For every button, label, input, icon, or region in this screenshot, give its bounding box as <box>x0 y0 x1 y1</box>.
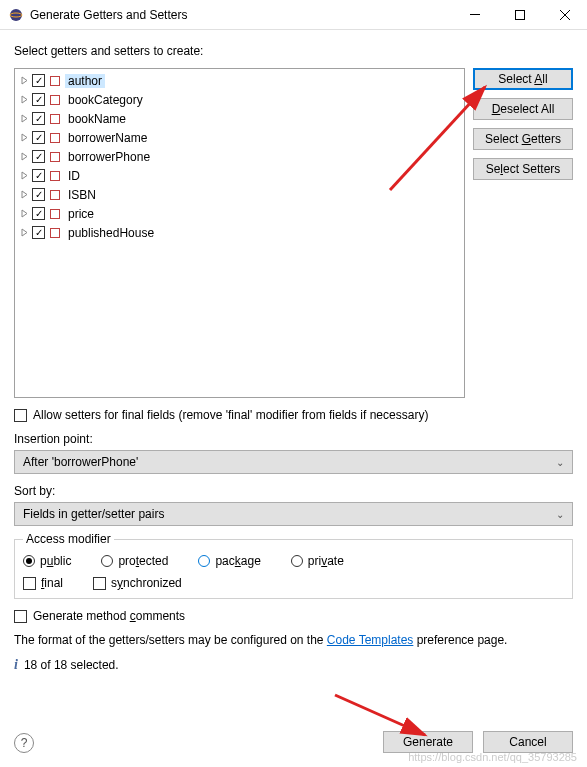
field-icon <box>50 95 60 105</box>
final-label: final <box>41 576 63 590</box>
chevron-down-icon: ⌄ <box>556 509 564 520</box>
field-label: publishedHouse <box>65 226 157 240</box>
expand-icon[interactable] <box>19 208 30 219</box>
format-hint: The format of the getters/setters may be… <box>14 633 573 647</box>
access-private-radio[interactable]: private <box>291 554 344 568</box>
access-public-radio[interactable]: public <box>23 554 71 568</box>
field-checkbox[interactable] <box>32 112 45 125</box>
tree-item[interactable]: ISBN <box>15 185 464 204</box>
tree-item[interactable]: publishedHouse <box>15 223 464 242</box>
access-modifier-legend: Access modifier <box>23 532 114 546</box>
insertion-point-value: After 'borrowerPhone' <box>23 455 138 469</box>
chevron-down-icon: ⌄ <box>556 457 564 468</box>
generate-comments-checkbox[interactable] <box>14 610 27 623</box>
expand-icon[interactable] <box>19 75 30 86</box>
field-icon <box>50 152 60 162</box>
access-modifier-group: Access modifier publicprotectedpackagepr… <box>14 532 573 599</box>
synchronized-label: synchronized <box>111 576 182 590</box>
tree-item[interactable]: borrowerName <box>15 128 464 147</box>
field-checkbox[interactable] <box>32 150 45 163</box>
expand-icon[interactable] <box>19 132 30 143</box>
access-package-radio[interactable]: package <box>198 554 260 568</box>
field-checkbox[interactable] <box>32 93 45 106</box>
cancel-button[interactable]: Cancel <box>483 731 573 753</box>
expand-icon[interactable] <box>19 189 30 200</box>
synchronized-checkbox[interactable] <box>93 577 106 590</box>
tree-item[interactable]: bookName <box>15 109 464 128</box>
info-icon: i <box>14 657 18 673</box>
maximize-button[interactable] <box>497 0 542 29</box>
tree-item[interactable]: borrowerPhone <box>15 147 464 166</box>
field-label: bookCategory <box>65 93 146 107</box>
sort-by-dropdown[interactable]: Fields in getter/setter pairs ⌄ <box>14 502 573 526</box>
svg-rect-2 <box>470 14 480 15</box>
field-label: borrowerName <box>65 131 150 145</box>
allow-final-label: Allow setters for final fields (remove '… <box>33 408 428 422</box>
window-title: Generate Getters and Setters <box>30 8 452 22</box>
sort-by-label: Sort by: <box>14 484 573 498</box>
expand-icon[interactable] <box>19 170 30 181</box>
minimize-button[interactable] <box>452 0 497 29</box>
expand-icon[interactable] <box>19 94 30 105</box>
select-getters-button[interactable]: Select Getters <box>473 128 573 150</box>
select-setters-button[interactable]: Select Setters <box>473 158 573 180</box>
generate-comments-label: Generate method comments <box>33 609 185 623</box>
field-checkbox[interactable] <box>32 169 45 182</box>
deselect-all-button[interactable]: Deselect All <box>473 98 573 120</box>
field-icon <box>50 133 60 143</box>
field-checkbox[interactable] <box>32 74 45 87</box>
field-checkbox[interactable] <box>32 188 45 201</box>
tree-item[interactable]: ID <box>15 166 464 185</box>
field-label: bookName <box>65 112 129 126</box>
field-checkbox[interactable] <box>32 131 45 144</box>
code-templates-link[interactable]: Code Templates <box>327 633 414 647</box>
fields-tree[interactable]: authorbookCategorybookNameborrowerNamebo… <box>14 68 465 398</box>
allow-final-checkbox[interactable] <box>14 409 27 422</box>
field-checkbox[interactable] <box>32 226 45 239</box>
field-label: ISBN <box>65 188 99 202</box>
generate-button[interactable]: Generate <box>383 731 473 753</box>
expand-icon[interactable] <box>19 227 30 238</box>
field-icon <box>50 228 60 238</box>
expand-icon[interactable] <box>19 113 30 124</box>
field-icon <box>50 171 60 181</box>
field-label: ID <box>65 169 83 183</box>
field-icon <box>50 76 60 86</box>
svg-rect-3 <box>515 10 524 19</box>
eclipse-icon <box>8 7 24 23</box>
field-icon <box>50 209 60 219</box>
field-icon <box>50 190 60 200</box>
expand-icon[interactable] <box>19 151 30 162</box>
insertion-point-label: Insertion point: <box>14 432 573 446</box>
tree-item[interactable]: author <box>15 71 464 90</box>
status-text: 18 of 18 selected. <box>24 658 119 672</box>
instruction-label: Select getters and setters to create: <box>14 44 573 58</box>
field-label: author <box>65 74 105 88</box>
help-icon[interactable]: ? <box>14 733 34 753</box>
field-checkbox[interactable] <box>32 207 45 220</box>
sort-by-value: Fields in getter/setter pairs <box>23 507 164 521</box>
watermark: https://blog.csdn.net/qq_35793285 <box>408 751 577 763</box>
tree-item[interactable]: bookCategory <box>15 90 464 109</box>
final-checkbox[interactable] <box>23 577 36 590</box>
field-icon <box>50 114 60 124</box>
field-label: borrowerPhone <box>65 150 153 164</box>
tree-item[interactable]: price <box>15 204 464 223</box>
select-all-button[interactable]: Select All <box>473 68 573 90</box>
svg-point-0 <box>10 9 22 21</box>
insertion-point-dropdown[interactable]: After 'borrowerPhone' ⌄ <box>14 450 573 474</box>
close-button[interactable] <box>542 0 587 29</box>
field-label: price <box>65 207 97 221</box>
access-protected-radio[interactable]: protected <box>101 554 168 568</box>
